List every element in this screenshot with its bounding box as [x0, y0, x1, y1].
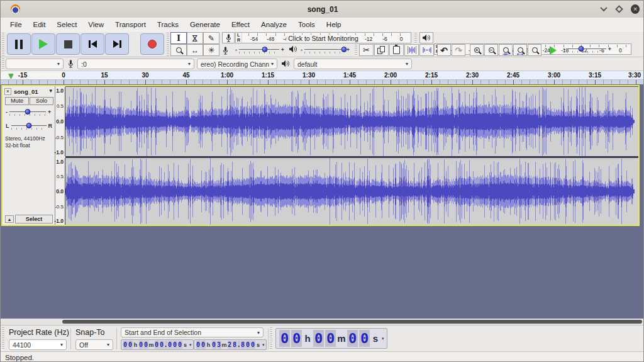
waveform-channel-1[interactable] [65, 87, 638, 156]
minimize-button[interactable] [599, 4, 608, 13]
time-digit[interactable]: 8 [233, 341, 237, 349]
time-digit[interactable]: 0 [359, 330, 370, 347]
time-digit[interactable]: 0 [173, 341, 177, 349]
menu-analyze[interactable]: Analyze [255, 20, 292, 30]
time-digit[interactable]: 0 [144, 341, 148, 349]
menu-help[interactable]: Help [321, 20, 347, 30]
time-digit[interactable]: 0 [325, 330, 336, 347]
play-speed-slider[interactable]: - + [562, 45, 613, 54]
recording-meter[interactable]: L R -54 -48 -42 -36 -30 -24 -18 -12 -6 0 [235, 32, 411, 43]
track-collapse-button[interactable]: ▲ [5, 215, 14, 223]
timeline-tick-strip[interactable] [1, 79, 644, 84]
time-unit[interactable]: m [148, 342, 154, 348]
redo-button[interactable]: ↷ [452, 44, 465, 56]
menu-generate[interactable]: Generate [184, 20, 226, 30]
selection-end-field[interactable]: 00h03m28.800s▾ [194, 339, 267, 350]
playback-volume-groove[interactable] [304, 45, 345, 54]
mute-button[interactable]: Mute [5, 97, 29, 105]
snap-to-dropdown[interactable]: Off ▾ [75, 339, 113, 350]
play-button[interactable] [31, 33, 55, 55]
track-gain-slider[interactable]: - + [4, 108, 54, 116]
menu-file[interactable]: File [4, 20, 28, 30]
maximize-button[interactable] [614, 4, 623, 13]
time-digit[interactable]: 0 [246, 341, 250, 349]
waveform-area-channel-1[interactable] [65, 86, 638, 156]
envelope-tool-button[interactable]: ⋈ [187, 32, 203, 44]
time-digit[interactable]: 0 [160, 341, 164, 349]
time-digit[interactable]: 2 [228, 341, 232, 349]
time-digit[interactable]: 0 [212, 341, 216, 349]
gain-groove[interactable] [9, 108, 46, 116]
horizontal-scrollbar-thumb[interactable] [62, 320, 642, 324]
playback-meter-speaker-button[interactable] [419, 32, 433, 43]
selection-toolbar-grabber[interactable] [2, 327, 4, 350]
time-format-dropdown-icon[interactable]: ▾ [189, 342, 192, 348]
copy-button[interactable] [374, 44, 389, 56]
track-area[interactable]: × song_01 ▾ Mute Solo - + L R Stereo, 44… [1, 84, 644, 319]
time-digit[interactable]: 0 [251, 341, 255, 349]
skip-to-start-button[interactable] [80, 33, 104, 55]
device-toolbar-grabber[interactable] [2, 59, 4, 70]
time-digit[interactable]: 0 [155, 341, 159, 349]
menu-transport[interactable]: Transport [109, 20, 152, 30]
time-unit[interactable]: s [255, 342, 261, 348]
transport-toolbar-grabber[interactable] [2, 33, 4, 57]
time-digit[interactable]: 0 [313, 330, 324, 347]
timeline-ruler[interactable]: ▼ -15 0 15 30 45 1:00 1:15 1:30 1:45 2:0… [1, 71, 644, 84]
trim-audio-button[interactable] [404, 44, 419, 56]
time-unit[interactable]: s [370, 333, 380, 344]
play-at-speed-button[interactable] [545, 44, 560, 56]
playback-volume-slider[interactable]: - + [299, 45, 352, 54]
monitoring-hint-text[interactable]: Click to Start Monitoring [286, 35, 360, 42]
track-control-panel[interactable]: × song_01 ▾ Mute Solo - + L R Stereo, 44… [3, 86, 55, 225]
recording-channels-dropdown[interactable]: ereo) Recording Channels ▾ [197, 59, 277, 69]
audio-host-dropdown[interactable]: ▾ [6, 59, 64, 69]
skip-to-end-button[interactable] [105, 33, 129, 55]
playback-device-dropdown[interactable]: default ▾ [294, 59, 412, 69]
audio-position-field[interactable]: 00h00m00s▾ [275, 328, 387, 349]
time-digit[interactable]: 0 [168, 341, 172, 349]
time-digit[interactable]: 0 [196, 341, 201, 349]
time-format-dropdown-icon[interactable]: ▾ [382, 336, 384, 341]
zoom-tool-button[interactable] [170, 44, 187, 56]
zoom-out-button[interactable]: − [484, 44, 498, 56]
time-digit[interactable]: 3 [217, 341, 221, 349]
time-toolbar-grabber[interactable] [270, 327, 272, 350]
time-digit[interactable]: 0 [128, 341, 133, 349]
time-unit[interactable]: h [206, 342, 211, 348]
recording-meter-mic-button[interactable] [222, 32, 235, 43]
zoom-fit-button[interactable]: ⇤⇥ [513, 44, 527, 56]
menu-tracks[interactable]: Tracks [152, 20, 184, 30]
multi-tool-button[interactable]: ✳ [203, 44, 219, 56]
menu-edit[interactable]: Edit [28, 20, 52, 30]
record-button[interactable] [140, 33, 164, 55]
menu-select[interactable]: Select [51, 20, 82, 30]
pause-button[interactable] [7, 33, 31, 55]
zoom-selection-button[interactable]: ⇥⇤ [499, 44, 513, 56]
time-digit[interactable]: 0 [139, 341, 143, 349]
time-digit[interactable]: 8 [241, 341, 245, 349]
time-digit[interactable]: 0 [279, 330, 290, 347]
time-unit[interactable]: m [336, 333, 347, 344]
track-name[interactable]: song_01 [14, 88, 38, 95]
time-unit[interactable]: m [221, 342, 227, 348]
time-unit[interactable]: h [133, 342, 138, 348]
cut-button[interactable]: ✂ [359, 44, 374, 56]
time-digit[interactable]: 0 [347, 330, 358, 347]
edit-toolbar-grabber[interactable] [355, 45, 357, 56]
track-select-button[interactable]: Select [15, 215, 53, 223]
recording-volume-slider[interactable]: - + [233, 45, 286, 54]
draw-tool-button[interactable]: ✎ [203, 32, 219, 44]
play-speed-thumb[interactable] [579, 46, 584, 52]
track-pan-slider[interactable]: L R [4, 122, 54, 130]
waveform-area-channel-2[interactable] [65, 158, 638, 225]
horizontal-scrollbar[interactable] [1, 319, 644, 325]
selection-tool-button[interactable]: I [170, 32, 187, 44]
paste-button[interactable] [389, 44, 404, 56]
solo-button[interactable]: Solo [30, 97, 53, 105]
timeshift-tool-button[interactable]: ↔ [187, 44, 203, 56]
time-digit[interactable]: 0 [291, 330, 302, 347]
gain-thumb[interactable] [25, 109, 31, 115]
track-close-button[interactable]: × [4, 88, 11, 95]
close-button[interactable]: × [631, 4, 640, 13]
